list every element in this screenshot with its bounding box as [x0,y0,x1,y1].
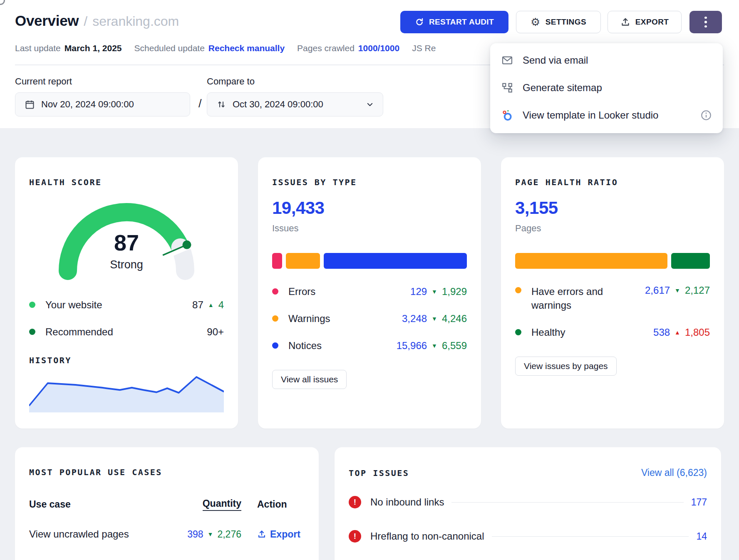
legend-row-have-errors: Have errors and warnings 2,617 2,127 [515,278,710,319]
issues-stacked-bar [272,253,467,269]
kebab-dot [704,21,707,23]
export-label: EXPORT [635,17,669,27]
issue-count-link[interactable]: 14 [696,531,707,542]
breadcrumb-separator: / [84,14,87,29]
legend-row-errors: Errors 129 1,929 [272,278,467,305]
scheduled-update: Scheduled update Recheck manually [134,43,285,53]
notices-delta: 6,559 [442,340,467,352]
notices-count-link[interactable]: 15,966 [397,340,427,352]
error-alert-icon: ! [349,496,361,508]
view-all-issues-button[interactable]: View all issues [272,370,347,389]
have-errors-count-link[interactable]: 2,617 [645,285,670,296]
delta-up-icon [675,330,680,335]
restart-audit-button[interactable]: RESTART AUDIT [400,11,508,33]
use-cases-card: MOST POPULAR USE CASES Use case Quantity… [15,447,319,560]
notices-segment [324,253,467,269]
page-title: Overview [15,12,79,29]
kebab-dot [704,17,707,19]
health-score-gauge: 87 Strong [50,199,203,282]
have-errors-dot-icon [515,287,521,293]
leader-line [492,536,689,537]
issue-label-link[interactable]: Hreflang to non-canonical [370,530,484,542]
breadcrumb: Overview / seranking.com [15,12,179,29]
health-score-value: 87 [114,230,139,255]
info-icon[interactable] [700,109,712,121]
issue-label-link[interactable]: No inbound links [370,496,444,508]
audited-domain: seranking.com [92,14,179,29]
settings-label: SETTINGS [546,17,586,27]
pages-crawled: Pages crawled 1000/1000 [297,43,399,53]
use-cases-table: Use case Quantity Action View uncrawled … [29,498,305,540]
settings-button[interactable]: ⚙ SETTINGS [516,11,601,33]
delta-down-icon [431,343,437,349]
page-health-ratio-title: PAGE HEALTH RATIO [515,177,710,187]
current-report-value: Nov 20, 2024 09:00:00 [41,99,134,110]
more-actions-kebab-button[interactable] [689,11,722,33]
health-score-title: HEALTH SCORE [29,177,224,187]
use-cases-title: MOST POPULAR USE CASES [29,467,305,477]
calendar-icon [25,99,35,110]
restart-audit-label: RESTART AUDIT [429,17,494,27]
healthy-delta: 1,805 [685,327,710,338]
have-errors-segment [515,253,667,269]
recheck-manually-link[interactable]: Recheck manually [208,43,285,53]
top-issues-card: TOP ISSUES View all (6,623) ! No inbound… [335,447,721,560]
col-quantity[interactable]: Quantity [203,498,241,511]
looker-icon [501,109,513,121]
legend-row-notices: Notices 15,966 6,559 [272,332,467,359]
compare-report-select[interactable]: Oct 30, 2024 09:00:00 [207,92,383,116]
upload-icon [257,530,266,539]
delta-down-icon [675,287,680,293]
list-item: ! Hreflang to non-canonical 14 [349,519,707,553]
health-score-word: Strong [110,258,143,271]
current-report-datepicker[interactable]: Nov 20, 2024 09:00:00 [15,92,190,116]
kebab-dot [704,25,707,28]
export-button[interactable]: EXPORT [608,11,682,33]
col-use-case: Use case [29,499,171,510]
compare-to-label: Compare to [207,76,255,87]
delta-up-icon [208,302,214,308]
menu-item-view-template-looker[interactable]: View template in Looker studio [490,102,723,129]
site-audit-overview-page: Overview / seranking.com RESTART AUDIT ⚙… [0,0,739,560]
legend-row-your-website: Your website 87 4 [29,291,224,318]
last-update: Last update March 1, 2025 [15,43,122,53]
errors-count-link[interactable]: 129 [410,286,427,297]
pages-total: 3,155 [515,198,710,218]
audit-meta-row: Last update March 1, 2025 Scheduled upda… [15,43,436,53]
healthy-count-link[interactable]: 538 [653,327,670,338]
issue-count-link[interactable]: 177 [691,497,707,508]
health-history-sparkline [29,372,224,414]
health-legend: Your website 87 4 Recommended 90+ [29,291,224,345]
your-website-delta: 4 [218,299,224,311]
errors-segment [272,253,282,269]
top-issues-list: ! No inbound links 177 ! Hreflang to non… [349,485,707,553]
delta-down-icon [431,316,437,322]
more-actions-menu: Send via email Generate sitemap View tem… [490,43,723,133]
menu-item-send-via-email[interactable]: Send via email [490,47,723,74]
warnings-delta: 4,246 [442,313,467,325]
js-rendering-truncated: JS Re [412,43,436,53]
healthy-segment [671,253,710,269]
table-row: View uncrawled pages 398 2,276 Export [29,528,305,540]
menu-item-generate-sitemap[interactable]: Generate sitemap [490,74,723,102]
sort-arrows-icon [216,99,226,109]
pages-unit-label: Pages [515,223,710,234]
recommended-score: 90+ [207,326,224,338]
warnings-count-link[interactable]: 3,248 [402,313,427,325]
ratio-legend: Have errors and warnings 2,617 2,127 Hea… [515,278,710,346]
chevron-down-icon [366,101,374,108]
list-item: ! No inbound links 177 [349,485,707,519]
top-issues-title: TOP ISSUES [349,468,409,478]
compare-report-value: Oct 30, 2024 09:00:00 [233,99,323,110]
issues-unit-label: Issues [272,223,467,234]
col-action: Action [241,499,305,510]
issues-by-type-card: ISSUES BY TYPE 19,433 Issues Errors 129 … [258,157,481,429]
healthy-dot-icon [515,329,521,335]
errors-dot-icon [272,288,278,295]
view-all-link[interactable]: View all (6,623) [641,467,707,478]
view-issues-by-pages-button[interactable]: View issues by pages [515,357,617,376]
history-title: HISTORY [29,355,224,365]
delta-down-icon [431,289,437,295]
use-case-count-link[interactable]: 398 [187,529,203,540]
row-export-link[interactable]: Export [257,529,300,540]
